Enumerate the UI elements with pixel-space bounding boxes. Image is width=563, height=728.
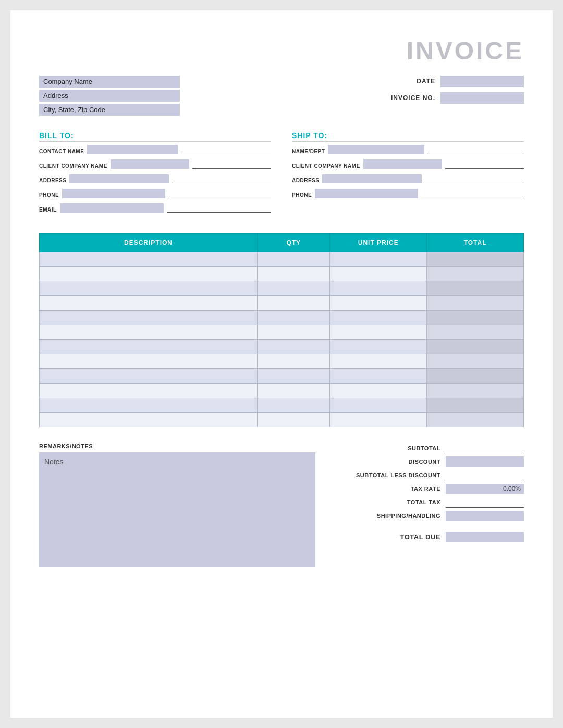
subtotal-field[interactable] <box>446 443 524 453</box>
contact-name-field[interactable] <box>87 145 177 154</box>
desc-cell[interactable] <box>40 267 258 281</box>
bill-email-row: EMAIL <box>39 203 271 213</box>
unit-price-cell[interactable] <box>330 325 427 340</box>
unit-price-cell[interactable] <box>330 311 427 325</box>
total-cell[interactable] <box>427 354 524 369</box>
subtotal-label: SUBTOTAL <box>347 445 440 451</box>
bill-email-field[interactable] <box>60 203 164 213</box>
table-row[interactable] <box>40 354 524 369</box>
name-dept-field[interactable] <box>328 145 424 154</box>
ship-phone-field[interactable] <box>315 189 418 198</box>
table-row[interactable] <box>40 398 524 413</box>
table-row[interactable] <box>40 311 524 325</box>
desc-cell[interactable] <box>40 369 258 384</box>
date-field[interactable] <box>440 76 524 87</box>
qty-cell[interactable] <box>258 311 330 325</box>
desc-cell[interactable] <box>40 296 258 311</box>
desc-cell[interactable] <box>40 398 258 413</box>
qty-cell[interactable] <box>258 340 330 354</box>
qty-cell[interactable] <box>258 384 330 398</box>
tax-rate-field[interactable]: 0.00% <box>446 484 524 494</box>
unit-price-cell[interactable] <box>330 354 427 369</box>
table-row[interactable] <box>40 267 524 281</box>
qty-cell[interactable] <box>258 252 330 267</box>
total-cell[interactable] <box>427 384 524 398</box>
table-row[interactable] <box>40 252 524 267</box>
qty-cell[interactable] <box>258 354 330 369</box>
subtotal-less-discount-label: SUBTOTAL LESS DISCOUNT <box>347 472 440 478</box>
date-invoice-section: DATE INVOICE NO. <box>357 76 524 104</box>
unit-price-cell[interactable] <box>330 267 427 281</box>
total-cell[interactable] <box>427 340 524 354</box>
total-cell[interactable] <box>427 325 524 340</box>
table-row[interactable] <box>40 325 524 340</box>
desc-cell[interactable] <box>40 413 258 427</box>
discount-field[interactable] <box>446 456 524 467</box>
bill-client-company-field[interactable] <box>111 159 189 169</box>
col-qty-header: QTY <box>258 234 330 252</box>
shipping-handling-row: SHIPPING/HANDLING <box>336 511 524 521</box>
tax-rate-label: TAX RATE <box>347 486 440 492</box>
desc-cell[interactable] <box>40 311 258 325</box>
subtotal-less-discount-field[interactable] <box>446 470 524 480</box>
company-name-field[interactable]: Company Name <box>39 76 180 88</box>
total-due-field[interactable] <box>446 532 524 542</box>
qty-cell[interactable] <box>258 281 330 296</box>
total-cell[interactable] <box>427 267 524 281</box>
unit-price-cell[interactable] <box>330 252 427 267</box>
notes-box[interactable]: Notes <box>39 452 315 567</box>
desc-cell[interactable] <box>40 340 258 354</box>
total-cell[interactable] <box>427 413 524 427</box>
bill-address-label: ADDRESS <box>39 178 66 183</box>
invoice-no-field[interactable] <box>440 92 524 104</box>
table-row[interactable] <box>40 296 524 311</box>
shipping-handling-field[interactable] <box>446 511 524 521</box>
col-description-header: DESCRIPTION <box>40 234 258 252</box>
ship-client-company-field[interactable] <box>363 159 442 169</box>
total-cell[interactable] <box>427 311 524 325</box>
total-cell[interactable] <box>427 281 524 296</box>
date-row: DATE <box>383 76 524 87</box>
company-address-field[interactable]: Address <box>39 90 180 102</box>
total-due-label: TOTAL DUE <box>347 533 440 541</box>
desc-cell[interactable] <box>40 384 258 398</box>
ship-phone-label: PHONE <box>292 192 312 198</box>
qty-cell[interactable] <box>258 398 330 413</box>
qty-cell[interactable] <box>258 325 330 340</box>
desc-cell[interactable] <box>40 325 258 340</box>
total-tax-field[interactable] <box>446 497 524 508</box>
table-row[interactable] <box>40 413 524 427</box>
unit-price-cell[interactable] <box>330 296 427 311</box>
invoice-no-row: INVOICE NO. <box>383 92 524 104</box>
qty-cell[interactable] <box>258 296 330 311</box>
table-row[interactable] <box>40 281 524 296</box>
bill-address-field[interactable] <box>69 174 168 183</box>
desc-cell[interactable] <box>40 252 258 267</box>
ship-address-field[interactable] <box>322 174 421 183</box>
unit-price-cell[interactable] <box>330 369 427 384</box>
table-row[interactable] <box>40 340 524 354</box>
tax-rate-row: TAX RATE 0.00% <box>336 484 524 494</box>
unit-price-cell[interactable] <box>330 384 427 398</box>
desc-cell[interactable] <box>40 354 258 369</box>
contact-name-underline <box>181 145 271 154</box>
qty-cell[interactable] <box>258 413 330 427</box>
qty-cell[interactable] <box>258 267 330 281</box>
total-cell[interactable] <box>427 369 524 384</box>
unit-price-cell[interactable] <box>330 340 427 354</box>
table-row[interactable] <box>40 384 524 398</box>
table-row[interactable] <box>40 369 524 384</box>
unit-price-cell[interactable] <box>330 413 427 427</box>
company-city-state-zip-field[interactable]: City, State, Zip Code <box>39 104 180 116</box>
total-cell[interactable] <box>427 398 524 413</box>
unit-price-cell[interactable] <box>330 281 427 296</box>
bill-phone-field[interactable] <box>62 189 165 198</box>
total-cell[interactable] <box>427 296 524 311</box>
ship-to-title: SHIP TO: <box>292 131 524 142</box>
qty-cell[interactable] <box>258 369 330 384</box>
unit-price-cell[interactable] <box>330 398 427 413</box>
bill-address-row: ADDRESS <box>39 174 271 183</box>
desc-cell[interactable] <box>40 281 258 296</box>
total-cell[interactable] <box>427 252 524 267</box>
col-total-header: TOTAL <box>427 234 524 252</box>
